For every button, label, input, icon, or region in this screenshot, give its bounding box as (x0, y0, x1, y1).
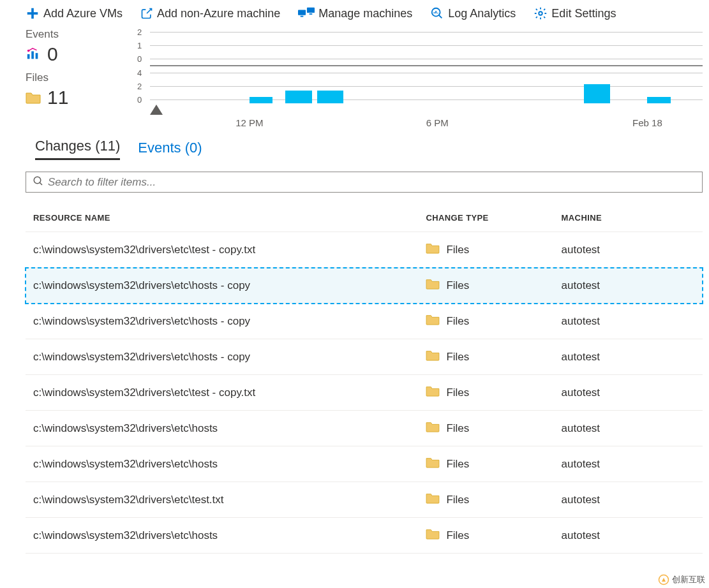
folder-icon (426, 242, 440, 257)
table-row[interactable]: c:\windows\system32\drivers\etc\hostsFil… (26, 446, 703, 482)
folder-icon (426, 421, 440, 436)
cell-machine: autotest (554, 375, 703, 411)
cell-machine: autotest (554, 232, 703, 268)
folder-icon (426, 278, 440, 293)
command-bar: Add Azure VMs Add non-Azure machine Mana… (0, 0, 709, 26)
ytick: 2 (137, 82, 142, 91)
table-row[interactable]: c:\windows\system32\drivers\etc\test.txt… (26, 482, 703, 518)
table-row[interactable]: c:\windows\system32\drivers\etc\hostsFil… (26, 411, 703, 446)
cell-resource: c:\windows\system32\drivers\etc\hosts (26, 446, 418, 482)
toolbar-label: Log Analytics (448, 7, 516, 20)
cell-machine: autotest (554, 482, 703, 518)
files-label: Files (26, 71, 105, 84)
cell-change-type: Files (418, 304, 553, 339)
cell-machine: autotest (554, 304, 703, 339)
machines-icon (298, 7, 315, 20)
timeline-axis: 12 PM 6 PM Feb 18 (150, 106, 703, 129)
svg-point-12 (34, 177, 41, 184)
log-analytics-button[interactable]: Log Analytics (430, 6, 516, 20)
folder-icon (426, 385, 440, 400)
xtick: Feb 18 (632, 117, 662, 128)
toolbar-label: Add non-Azure machine (157, 7, 280, 20)
cell-change-type: Files (418, 232, 553, 268)
folder-icon (426, 349, 440, 364)
cell-change-type: Files (418, 375, 553, 411)
edit-settings-button[interactable]: Edit Settings (534, 6, 616, 20)
cell-change-type: Files (418, 482, 553, 518)
ytick: 0 (137, 54, 142, 64)
cell-resource: c:\windows\system32\drivers\etc\test - c… (26, 232, 418, 268)
svg-rect-4 (307, 8, 315, 13)
cell-change-type: Files (418, 339, 553, 375)
files-metric: Files 11 (26, 71, 105, 108)
table-row[interactable]: c:\windows\system32\drivers\etc\hosts - … (26, 339, 703, 375)
chart-bar[interactable] (584, 84, 611, 103)
plus-icon (26, 6, 40, 20)
events-count: 0 (47, 43, 58, 65)
search-input[interactable] (48, 176, 696, 189)
cell-change-type: Files (418, 518, 553, 554)
chart-bar[interactable] (285, 91, 312, 103)
ytick: 0 (137, 95, 142, 105)
xtick: 6 PM (426, 117, 449, 128)
cell-change-type: Files (418, 411, 553, 446)
add-non-azure-button[interactable]: Add non-Azure machine (140, 7, 280, 20)
folder-icon (426, 314, 440, 328)
search-icon (33, 175, 44, 189)
bar-chart-icon (26, 47, 41, 62)
svg-rect-9 (31, 51, 34, 59)
svg-rect-2 (298, 10, 306, 15)
cell-resource: c:\windows\system32\drivers\etc\hosts - … (26, 304, 418, 339)
folder-icon (426, 528, 440, 543)
cell-machine: autotest (554, 518, 703, 554)
events-sparkline[interactable]: 2 1 0 (112, 26, 703, 65)
search-box[interactable] (26, 172, 703, 193)
cell-resource: c:\windows\system32\drivers\etc\hosts - … (26, 268, 418, 304)
chart-bar[interactable] (317, 91, 344, 103)
toolbar-label: Add Azure VMs (43, 7, 123, 20)
events-metric: Events 0 (26, 28, 105, 65)
table-row[interactable]: c:\windows\system32\drivers\etc\hostsFil… (26, 518, 703, 554)
tab-events[interactable]: Events (0) (138, 140, 202, 160)
cell-change-type: Files (418, 268, 553, 304)
col-resource-name[interactable]: RESOURCE NAME (26, 204, 418, 232)
cell-change-type: Files (418, 446, 553, 482)
external-link-icon (140, 7, 153, 20)
svg-rect-10 (36, 53, 38, 59)
svg-rect-3 (301, 16, 304, 17)
table-row[interactable]: c:\windows\system32\drivers\etc\test - c… (26, 232, 703, 268)
cell-resource: c:\windows\system32\drivers\etc\test.txt (26, 482, 418, 518)
changes-table: RESOURCE NAME CHANGE TYPE MACHINE c:\win… (26, 204, 703, 554)
col-change-type[interactable]: CHANGE TYPE (418, 204, 553, 232)
metrics-panel: Events 0 Files 11 2 1 0 (0, 26, 709, 129)
toolbar-label: Edit Settings (551, 7, 616, 20)
add-azure-vms-button[interactable]: Add Azure VMs (26, 6, 123, 20)
chart-bar[interactable] (250, 97, 272, 103)
chart-bar[interactable] (647, 97, 670, 103)
cell-machine: autotest (554, 339, 703, 375)
ytick: 4 (137, 68, 142, 77)
manage-machines-button[interactable]: Manage machines (298, 7, 412, 20)
cell-machine: autotest (554, 446, 703, 482)
events-label: Events (26, 28, 105, 41)
table-row[interactable]: c:\windows\system32\drivers\etc\test - c… (26, 375, 703, 411)
table-row[interactable]: c:\windows\system32\drivers\etc\hosts - … (26, 268, 703, 304)
toolbar-label: Manage machines (318, 7, 412, 20)
cell-resource: c:\windows\system32\drivers\etc\test - c… (26, 375, 418, 411)
cell-resource: c:\windows\system32\drivers\etc\hosts (26, 411, 418, 446)
svg-rect-5 (310, 13, 313, 15)
xtick: 12 PM (235, 117, 263, 128)
table-row[interactable]: c:\windows\system32\drivers\etc\hosts - … (26, 304, 703, 339)
folder-icon (426, 457, 440, 471)
tab-changes[interactable]: Changes (11) (35, 138, 120, 160)
col-machine[interactable]: MACHINE (554, 204, 703, 232)
folder-icon (426, 492, 440, 507)
folder-icon (26, 90, 41, 105)
files-sparkline[interactable]: 4 2 0 (112, 66, 703, 106)
svg-rect-1 (27, 12, 38, 15)
gear-icon (534, 6, 548, 20)
svg-rect-8 (27, 54, 30, 59)
ytick: 2 (137, 27, 142, 36)
cell-machine: autotest (554, 411, 703, 446)
time-marker-icon[interactable] (150, 105, 163, 115)
